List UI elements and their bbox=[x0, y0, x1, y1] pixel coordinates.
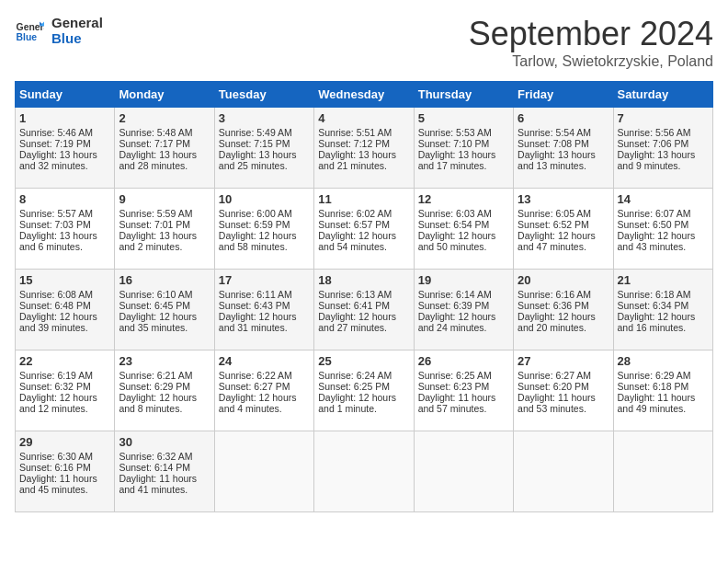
day-info-line: Daylight: 13 hours bbox=[119, 230, 210, 241]
day-info-line: Sunrise: 5:57 AM bbox=[19, 208, 110, 219]
day-info-line: and 21 minutes. bbox=[318, 160, 409, 171]
calendar-cell: 19Sunrise: 6:14 AMSunset: 6:39 PMDayligh… bbox=[414, 270, 513, 350]
day-info-line: Sunrise: 6:00 AM bbox=[219, 208, 310, 219]
day-info-line: and 54 minutes. bbox=[318, 241, 409, 252]
header-sunday: Sunday bbox=[16, 82, 115, 108]
day-info-line: Sunrise: 5:48 AM bbox=[119, 127, 210, 138]
calendar-cell bbox=[414, 431, 513, 512]
day-info-line: Sunset: 6:32 PM bbox=[19, 381, 110, 392]
day-number: 9 bbox=[119, 192, 210, 206]
day-info-line: Sunrise: 6:29 AM bbox=[618, 370, 709, 381]
calendar-table: SundayMondayTuesdayWednesdayThursdayFrid… bbox=[15, 81, 713, 512]
day-info-line: Sunset: 7:17 PM bbox=[119, 138, 210, 149]
day-info-line: Daylight: 13 hours bbox=[219, 149, 310, 160]
day-info-line: Sunset: 6:14 PM bbox=[119, 462, 210, 473]
day-info-line: and 50 minutes. bbox=[418, 241, 509, 252]
day-number: 22 bbox=[19, 354, 110, 368]
day-info-line: Sunrise: 6:11 AM bbox=[219, 289, 310, 300]
day-info-line: Sunset: 6:48 PM bbox=[19, 300, 110, 311]
day-info-line: and 47 minutes. bbox=[518, 241, 609, 252]
day-info-line: and 9 minutes. bbox=[618, 160, 709, 171]
day-number: 26 bbox=[418, 354, 509, 368]
day-info-line: Sunrise: 5:49 AM bbox=[219, 127, 310, 138]
calendar-cell: 4Sunrise: 5:51 AMSunset: 7:12 PMDaylight… bbox=[314, 108, 414, 189]
day-number: 8 bbox=[19, 192, 110, 206]
day-number: 16 bbox=[119, 273, 210, 287]
day-info-line: Sunrise: 5:59 AM bbox=[119, 208, 210, 219]
calendar-cell: 16Sunrise: 6:10 AMSunset: 6:45 PMDayligh… bbox=[115, 270, 214, 350]
day-info-line: and 4 minutes. bbox=[219, 403, 310, 414]
header-saturday: Saturday bbox=[613, 82, 712, 108]
day-info-line: Sunset: 6:36 PM bbox=[518, 300, 609, 311]
day-info-line: Sunset: 6:54 PM bbox=[418, 219, 509, 230]
day-info-line: Sunset: 7:08 PM bbox=[518, 138, 609, 149]
day-number: 4 bbox=[318, 111, 409, 125]
svg-text:Blue: Blue bbox=[17, 32, 38, 42]
day-info-line: and 45 minutes. bbox=[19, 484, 110, 495]
day-info-line: Sunrise: 6:25 AM bbox=[418, 370, 509, 381]
day-info-line: Daylight: 13 hours bbox=[318, 149, 409, 160]
day-info-line: and 12 minutes. bbox=[19, 403, 110, 414]
day-number: 3 bbox=[219, 111, 310, 125]
calendar-cell: 15Sunrise: 6:08 AMSunset: 6:48 PMDayligh… bbox=[16, 270, 115, 350]
logo: General Blue General Blue bbox=[15, 15, 103, 46]
day-info-line: Daylight: 12 hours bbox=[119, 392, 210, 403]
calendar-cell: 23Sunrise: 6:21 AMSunset: 6:29 PMDayligh… bbox=[115, 350, 214, 431]
calendar-cell: 1Sunrise: 5:46 AMSunset: 7:19 PMDaylight… bbox=[16, 108, 115, 189]
day-info-line: Sunrise: 6:13 AM bbox=[318, 289, 409, 300]
day-info-line: and 27 minutes. bbox=[318, 322, 409, 333]
day-info-line: Sunrise: 6:05 AM bbox=[518, 208, 609, 219]
day-info-line: Daylight: 12 hours bbox=[219, 392, 310, 403]
day-info-line: Sunrise: 5:46 AM bbox=[19, 127, 110, 138]
day-info-line: and 53 minutes. bbox=[518, 403, 609, 414]
calendar-cell: 22Sunrise: 6:19 AMSunset: 6:32 PMDayligh… bbox=[16, 350, 115, 431]
title-block: September 2024 Tarlow, Swietokrzyskie, P… bbox=[469, 15, 713, 70]
calendar-cell: 21Sunrise: 6:18 AMSunset: 6:34 PMDayligh… bbox=[613, 270, 712, 350]
day-info-line: Sunset: 6:27 PM bbox=[219, 381, 310, 392]
day-info-line: Sunset: 6:34 PM bbox=[618, 300, 709, 311]
day-number: 12 bbox=[418, 192, 509, 206]
day-info-line: and 35 minutes. bbox=[119, 322, 210, 333]
day-info-line: and 39 minutes. bbox=[19, 322, 110, 333]
day-info-line: and 6 minutes. bbox=[19, 241, 110, 252]
day-info-line: Sunrise: 6:02 AM bbox=[318, 208, 409, 219]
logo-blue: Blue bbox=[51, 30, 103, 46]
day-info-line: and 41 minutes. bbox=[119, 484, 210, 495]
calendar-cell bbox=[514, 431, 613, 512]
day-info-line: and 24 minutes. bbox=[418, 322, 509, 333]
day-number: 11 bbox=[318, 192, 409, 206]
day-info-line: Daylight: 12 hours bbox=[418, 230, 509, 241]
day-info-line: and 8 minutes. bbox=[119, 403, 210, 414]
day-info-line: Daylight: 12 hours bbox=[318, 311, 409, 322]
day-info-line: Sunrise: 6:27 AM bbox=[518, 370, 609, 381]
day-info-line: and 28 minutes. bbox=[119, 160, 210, 171]
day-info-line: Daylight: 12 hours bbox=[518, 311, 609, 322]
header-friday: Friday bbox=[514, 82, 613, 108]
day-info-line: Daylight: 12 hours bbox=[219, 311, 310, 322]
day-info-line: Sunset: 6:59 PM bbox=[219, 219, 310, 230]
calendar-cell: 13Sunrise: 6:05 AMSunset: 6:52 PMDayligh… bbox=[514, 189, 613, 270]
day-info-line: Daylight: 13 hours bbox=[119, 149, 210, 160]
day-info-line: Sunrise: 6:32 AM bbox=[119, 451, 210, 462]
day-info-line: Daylight: 11 hours bbox=[119, 473, 210, 484]
calendar-cell bbox=[314, 431, 414, 512]
calendar-cell: 3Sunrise: 5:49 AMSunset: 7:15 PMDaylight… bbox=[214, 108, 313, 189]
calendar-cell: 27Sunrise: 6:27 AMSunset: 6:20 PMDayligh… bbox=[514, 350, 613, 431]
calendar-header: SundayMondayTuesdayWednesdayThursdayFrid… bbox=[16, 82, 713, 108]
location-title: Tarlow, Swietokrzyskie, Poland bbox=[469, 53, 713, 70]
day-info-line: Daylight: 13 hours bbox=[518, 149, 609, 160]
calendar-cell bbox=[214, 431, 313, 512]
day-number: 27 bbox=[518, 354, 609, 368]
day-info-line: Sunset: 7:15 PM bbox=[219, 138, 310, 149]
day-info-line: and 43 minutes. bbox=[618, 241, 709, 252]
day-info-line: Sunset: 6:18 PM bbox=[618, 381, 709, 392]
week-row-4: 22Sunrise: 6:19 AMSunset: 6:32 PMDayligh… bbox=[16, 350, 713, 431]
day-number: 17 bbox=[219, 273, 310, 287]
day-info-line: and 25 minutes. bbox=[219, 160, 310, 171]
day-number: 1 bbox=[19, 111, 110, 125]
header-tuesday: Tuesday bbox=[214, 82, 313, 108]
day-info-line: and 58 minutes. bbox=[219, 241, 310, 252]
calendar-cell: 28Sunrise: 6:29 AMSunset: 6:18 PMDayligh… bbox=[613, 350, 712, 431]
day-number: 18 bbox=[318, 273, 409, 287]
day-info-line: Sunset: 6:20 PM bbox=[518, 381, 609, 392]
